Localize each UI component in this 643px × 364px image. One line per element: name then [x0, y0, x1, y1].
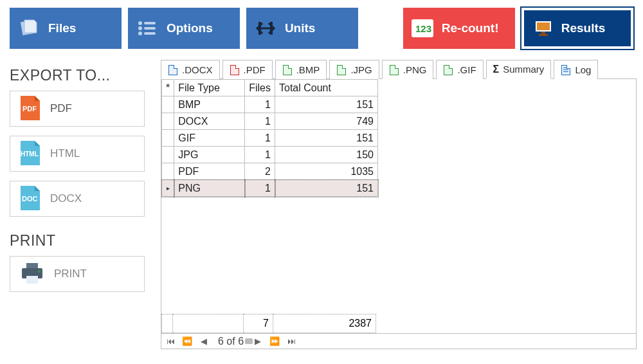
- table-row[interactable]: JPG1150: [162, 147, 378, 163]
- recount-button[interactable]: 123 Re-count!: [403, 8, 515, 49]
- tab-log-label: Log: [575, 64, 591, 75]
- units-icon: [254, 17, 277, 40]
- tab-docx-label: .DOCX: [182, 64, 213, 75]
- tab-png[interactable]: .PNG: [382, 60, 434, 79]
- tab-log[interactable]: Log: [554, 60, 598, 79]
- svg-rect-6: [258, 22, 261, 35]
- tab-summary-label: Summary: [503, 64, 544, 75]
- tab-gif-label: .GIF: [457, 64, 476, 75]
- tab-png-label: .PNG: [403, 64, 427, 75]
- svg-text:123: 123: [415, 23, 431, 34]
- word-doc-icon: [168, 65, 178, 75]
- table-row[interactable]: GIF1151: [162, 130, 378, 147]
- image-doc-icon: [282, 65, 293, 75]
- export-header: EXPORT TO...: [10, 67, 151, 84]
- table-header-row: * File Type Files Total Count: [162, 80, 378, 96]
- svg-rect-17: [26, 263, 38, 268]
- tab-pdf-label: .PDF: [244, 64, 266, 75]
- projector-icon: [532, 17, 555, 40]
- total-count: 2387: [273, 314, 376, 333]
- tab-bmp[interactable]: .BMP: [275, 60, 327, 79]
- docx-file-icon: DOC: [19, 186, 41, 212]
- content-area: .DOCX .PDF .BMP .JPG .PNG .GIF ΣSummary …: [161, 55, 643, 349]
- svg-text:PDF: PDF: [23, 105, 37, 113]
- export-html-button[interactable]: HTML HTML: [10, 136, 145, 172]
- col-mark[interactable]: *: [162, 80, 174, 96]
- svg-rect-12: [541, 32, 545, 34]
- export-docx-button[interactable]: DOC DOCX: [10, 181, 145, 217]
- total-files: 7: [244, 314, 273, 333]
- sidebar: EXPORT TO... PDF PDF HTML HTML DOC: [0, 55, 161, 292]
- nav-next-page-icon[interactable]: ⏩: [269, 336, 280, 346]
- units-button[interactable]: Units: [246, 8, 358, 49]
- print-label: PRINT: [54, 268, 87, 280]
- units-label: Units: [285, 21, 316, 35]
- table-row[interactable]: PDF21035: [162, 163, 378, 180]
- col-total-count[interactable]: Total Count: [275, 80, 378, 96]
- html-file-icon: HTML: [19, 141, 41, 167]
- tab-jpg-label: .JPG: [350, 64, 372, 75]
- svg-text:DOC: DOC: [22, 195, 38, 203]
- nav-prev-page-icon[interactable]: ⏪: [182, 336, 192, 346]
- table-row[interactable]: BMP1151: [162, 96, 378, 113]
- export-html-label: HTML: [50, 147, 80, 160]
- tab-summary[interactable]: ΣSummary: [486, 60, 552, 79]
- list-icon: [136, 17, 159, 40]
- svg-point-4: [138, 32, 142, 35]
- options-button[interactable]: Options: [128, 8, 240, 49]
- file-type-tabs: .DOCX .PDF .BMP .JPG .PNG .GIF ΣSummary …: [161, 59, 637, 79]
- tab-bmp-label: .BMP: [296, 64, 320, 75]
- svg-text:HTML: HTML: [21, 150, 39, 158]
- svg-rect-20: [26, 276, 38, 284]
- record-navigator: ⏮ ⏪ ◀ 6 of 6 ▶ ⏩ ⏭: [161, 333, 636, 349]
- svg-point-2: [138, 26, 142, 30]
- files-button[interactable]: Files: [10, 8, 122, 49]
- nav-next-icon[interactable]: ▶: [253, 336, 263, 346]
- export-pdf-label: PDF: [50, 102, 72, 115]
- main-toolbar: Files Options Units 123 Re-count!: [0, 0, 643, 55]
- export-docx-label: DOCX: [50, 192, 82, 205]
- nav-last-icon[interactable]: ⏭: [286, 336, 296, 346]
- table-row[interactable]: DOCX1749: [162, 113, 378, 130]
- totals-row: 7 2387: [161, 314, 636, 333]
- main-area: EXPORT TO... PDF PDF HTML HTML DOC: [0, 55, 643, 349]
- summary-grid: * File Type Files Total Count BMP1151 DO…: [161, 79, 637, 349]
- tab-pdf[interactable]: .PDF: [222, 60, 273, 79]
- recount-icon: 123: [411, 17, 434, 40]
- options-label: Options: [167, 21, 213, 35]
- files-icon: [17, 17, 41, 40]
- svg-rect-7: [270, 22, 273, 35]
- results-button[interactable]: Results: [521, 8, 633, 49]
- col-files[interactable]: Files: [245, 80, 275, 96]
- log-doc-icon: [561, 65, 571, 75]
- svg-rect-11: [537, 23, 550, 30]
- image-doc-icon: [389, 65, 399, 75]
- export-pdf-button[interactable]: PDF PDF: [10, 91, 145, 127]
- grid-footer: 7 2387 ⏮ ⏪ ◀ 6 of 6 ▶ ⏩ ⏭: [161, 314, 636, 349]
- print-header: PRINT: [10, 232, 151, 250]
- svg-rect-1: [144, 22, 156, 24]
- toolbar-spacer: [365, 8, 397, 49]
- horizontal-scrollbar[interactable]: [245, 338, 253, 344]
- pdf-file-icon: PDF: [19, 96, 41, 122]
- tab-docx[interactable]: .DOCX: [161, 60, 220, 79]
- pdf-doc-icon: [230, 65, 240, 75]
- print-button[interactable]: PRINT: [10, 256, 145, 292]
- image-doc-icon: [336, 65, 347, 75]
- svg-rect-13: [539, 34, 548, 36]
- table-row-selected[interactable]: ▸PNG1151: [162, 180, 378, 197]
- svg-point-0: [138, 21, 142, 25]
- tab-jpg[interactable]: .JPG: [329, 60, 379, 79]
- svg-point-19: [38, 270, 41, 273]
- svg-rect-3: [144, 27, 156, 30]
- sigma-icon: Σ: [493, 64, 500, 75]
- summary-table[interactable]: * File Type Files Total Count BMP1151 DO…: [161, 79, 378, 197]
- nav-prev-icon[interactable]: ◀: [199, 336, 209, 346]
- nav-first-icon[interactable]: ⏮: [165, 336, 176, 346]
- col-file-type[interactable]: File Type: [174, 80, 245, 96]
- results-label: Results: [561, 21, 606, 35]
- recount-label: Re-count!: [442, 21, 499, 35]
- printer-icon: [19, 263, 45, 285]
- tab-gif[interactable]: .GIF: [436, 60, 483, 79]
- files-label: Files: [48, 21, 76, 35]
